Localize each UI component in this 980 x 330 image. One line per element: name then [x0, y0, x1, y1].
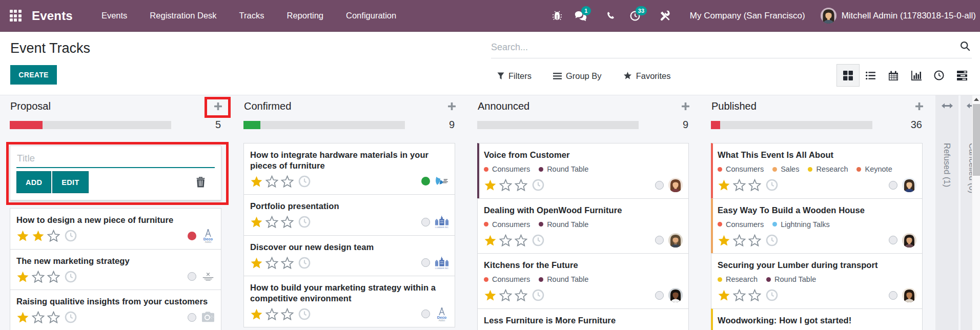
star-empty-icon[interactable]: [515, 289, 527, 301]
quick-create-edit-button[interactable]: EDIT: [52, 171, 88, 193]
star-filled-icon[interactable]: [484, 234, 497, 246]
chat-button[interactable]: 1: [569, 0, 593, 32]
nav-item-registration-desk[interactable]: Registration Desk: [138, 0, 228, 31]
bug-button[interactable]: [545, 0, 569, 32]
star-empty-icon[interactable]: [32, 271, 45, 283]
column-quick-add-button[interactable]: [680, 100, 690, 112]
card-activity-clock-icon[interactable]: [766, 179, 778, 191]
star-filled-icon[interactable]: [16, 271, 29, 283]
star-empty-icon[interactable]: [47, 271, 60, 283]
kanban-card[interactable]: Dealing with OpenWood FurnitureConsumers…: [477, 198, 689, 254]
kanban-card[interactable]: Voice from CustomerConsumersRound Table: [477, 143, 689, 199]
star-filled-icon[interactable]: [718, 289, 730, 301]
card-speaker-avatar[interactable]: [902, 178, 916, 192]
card-activity-clock-icon[interactable]: [298, 308, 311, 320]
star-empty-icon[interactable]: [515, 179, 527, 191]
star-filled-icon[interactable]: [250, 308, 263, 320]
card-activity-clock-icon[interactable]: [65, 230, 77, 242]
card-activity-clock-icon[interactable]: [532, 234, 544, 246]
activity-clock-button[interactable]: 33: [623, 0, 647, 32]
nav-item-events[interactable]: Events: [90, 0, 138, 31]
star-filled-icon[interactable]: [484, 179, 497, 191]
star-empty-icon[interactable]: [281, 175, 294, 188]
card-partner-logo[interactable]: DecoAddict: [435, 307, 449, 321]
column-quick-add-button[interactable]: [446, 100, 457, 112]
kanban-card[interactable]: What This Event Is All AboutConsumersSal…: [711, 143, 923, 199]
quick-create-add-button[interactable]: ADD: [16, 171, 51, 193]
star-empty-icon[interactable]: [281, 257, 294, 269]
quick-create-title-input[interactable]: [16, 152, 215, 168]
star-empty-icon[interactable]: [499, 234, 512, 246]
column-progressbar[interactable]: [10, 121, 171, 129]
star-empty-icon[interactable]: [748, 289, 761, 301]
card-partner-logo[interactable]: [201, 310, 215, 324]
tools-button[interactable]: [654, 0, 678, 32]
card-kanban-state-dot[interactable]: [655, 291, 664, 300]
scrollbar-thumb[interactable]: [973, 104, 980, 176]
phone-button[interactable]: [600, 0, 623, 32]
kanban-card[interactable]: How to integrate hardware materials in y…: [243, 143, 455, 195]
star-filled-icon[interactable]: [16, 230, 29, 242]
kanban-card[interactable]: The new marketing strategy: [10, 249, 221, 291]
column-progressbar[interactable]: [243, 121, 405, 129]
card-speaker-avatar[interactable]: [902, 288, 916, 302]
star-empty-icon[interactable]: [266, 216, 278, 228]
star-empty-icon[interactable]: [266, 175, 278, 188]
star-filled-icon[interactable]: [250, 257, 263, 269]
nav-item-tracks[interactable]: Tracks: [228, 0, 276, 31]
vertical-scrollbar[interactable]: [972, 95, 980, 330]
card-kanban-state-dot[interactable]: [889, 236, 897, 244]
star-empty-icon[interactable]: [281, 216, 294, 228]
card-activity-clock-icon[interactable]: [298, 257, 311, 269]
card-kanban-state-dot[interactable]: [889, 291, 897, 300]
card-activity-clock-icon[interactable]: [532, 289, 544, 301]
star-filled-icon[interactable]: [718, 179, 730, 191]
view-list-button[interactable]: [860, 64, 883, 87]
kanban-card[interactable]: How to build your marketing strategy wit…: [243, 276, 455, 327]
star-empty-icon[interactable]: [266, 257, 278, 269]
card-speaker-avatar[interactable]: [668, 233, 683, 248]
app-brand[interactable]: Events: [32, 9, 73, 23]
card-partner-logo[interactable]: LUMBER INC: [435, 256, 449, 270]
card-activity-clock-icon[interactable]: [298, 216, 311, 228]
card-activity-clock-icon[interactable]: [65, 271, 77, 283]
company-switcher[interactable]: My Company (San Francisco): [690, 11, 805, 21]
view-activity-button[interactable]: [928, 64, 951, 87]
card-activity-clock-icon[interactable]: [766, 234, 778, 246]
star-filled-icon[interactable]: [250, 216, 263, 228]
star-empty-icon[interactable]: [499, 179, 512, 191]
star-filled-icon[interactable]: [16, 311, 29, 323]
filters-button[interactable]: Filters: [491, 65, 542, 87]
view-gantt-button[interactable]: [951, 64, 974, 87]
card-speaker-avatar[interactable]: [668, 288, 683, 302]
kanban-card[interactable]: Easy Way To Build a Wooden HouseConsumer…: [711, 198, 923, 254]
folded-column-refused-[interactable]: Refused (1): [935, 95, 958, 330]
view-calendar-button[interactable]: [882, 64, 905, 87]
star-filled-icon[interactable]: [32, 230, 45, 242]
card-partner-logo[interactable]: [201, 270, 215, 284]
apps-menu-button[interactable]: [0, 0, 31, 32]
star-empty-icon[interactable]: [733, 289, 746, 301]
kanban-card[interactable]: Kitchens for the FutureConsumersRound Ta…: [477, 253, 689, 309]
favorites-button[interactable]: Favorites: [612, 65, 682, 87]
card-activity-clock-icon[interactable]: [65, 311, 77, 323]
star-empty-icon[interactable]: [515, 234, 527, 246]
card-activity-clock-icon[interactable]: [532, 179, 544, 191]
search-input[interactable]: [491, 42, 959, 53]
nav-item-configuration[interactable]: Configuration: [335, 0, 407, 31]
card-activity-clock-icon[interactable]: [298, 175, 311, 188]
card-partner-logo[interactable]: DecoAddict: [201, 229, 215, 243]
star-filled-icon[interactable]: [250, 175, 263, 188]
column-quick-add-button[interactable]: [914, 100, 924, 112]
kanban-card[interactable]: Securing your Lumber during transportRes…: [711, 253, 923, 309]
kanban-card[interactable]: Woodworking: How I got started!Consumers: [711, 308, 923, 330]
column-progressbar[interactable]: [711, 121, 872, 129]
star-filled-icon[interactable]: [718, 234, 730, 246]
card-kanban-state-dot[interactable]: [421, 258, 430, 267]
kanban-card[interactable]: Discover our new design teamLUMBER INC: [243, 235, 455, 277]
star-empty-icon[interactable]: [266, 308, 278, 320]
nav-item-reporting[interactable]: Reporting: [275, 0, 335, 31]
column-quick-add-button[interactable]: [213, 100, 223, 112]
card-activity-clock-icon[interactable]: [766, 289, 778, 301]
star-empty-icon[interactable]: [499, 289, 512, 301]
